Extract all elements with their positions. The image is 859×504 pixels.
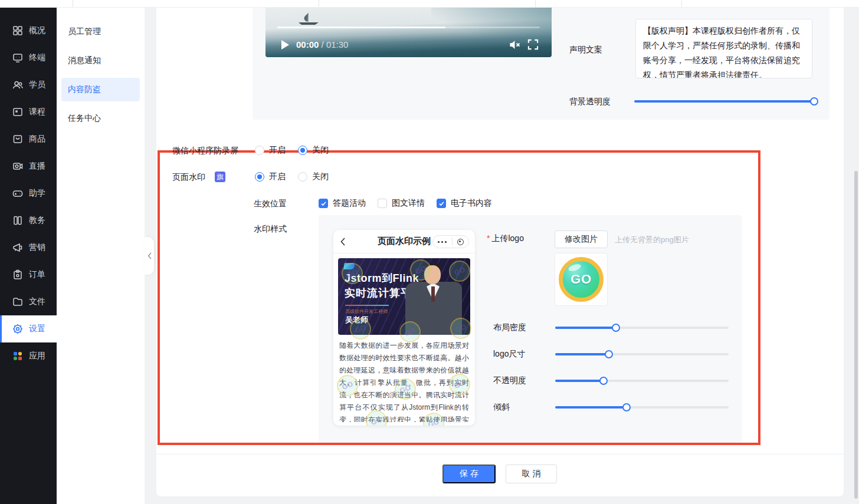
mute-icon[interactable] — [509, 39, 521, 50]
radio-option-label: 开启 — [269, 172, 286, 182]
teacher-photo-tie — [431, 286, 435, 302]
tilt-slider-knob[interactable] — [622, 403, 631, 411]
sidebar-item-label: 设置 — [29, 324, 45, 334]
checkbox-unchecked-icon[interactable] — [378, 199, 387, 208]
submenu-item-staff[interactable]: 员工管理 — [61, 20, 140, 44]
radio-unselected-icon[interactable] — [255, 146, 264, 155]
scope-option-article[interactable]: 图文详情 — [378, 198, 425, 209]
thumbnail-brand-icon — [343, 263, 355, 269]
submenu-item-notifications[interactable]: 消息通知 — [61, 49, 140, 73]
flagship-badge: 旗 — [215, 172, 225, 182]
radio-selected-icon[interactable] — [298, 146, 307, 155]
submenu-item-label: 任务中心 — [68, 113, 101, 124]
fullscreen-icon[interactable] — [527, 39, 539, 50]
thumbnail-title-line1: Jstorm到Flink — [345, 271, 419, 285]
sidebar-item-label: 直播 — [29, 161, 45, 172]
play-icon[interactable] — [281, 40, 289, 50]
sidebar-item-label: 营销 — [29, 242, 45, 253]
sidebar-item-marketing[interactable]: 营销 — [0, 234, 57, 261]
upload-hint: 上传无背景的png图片 — [615, 235, 689, 245]
sidebar-item-courses[interactable]: 课程 — [0, 98, 57, 126]
density-slider-label: 布局密度 — [493, 322, 526, 333]
uploaded-logo-box[interactable]: GO — [555, 253, 608, 306]
sidebar-item-live[interactable]: 直播 — [0, 153, 57, 180]
top-strip-divider — [73, 0, 73, 7]
bg-opacity-slider-knob[interactable] — [810, 97, 818, 106]
density-slider-knob[interactable] — [612, 324, 620, 332]
submenu-item-content-protection[interactable]: 内容防盗 — [61, 78, 140, 101]
cancel-button[interactable]: 取 消 — [506, 465, 557, 483]
more-icon[interactable] — [438, 241, 447, 243]
go-logo-image: GO — [559, 257, 604, 302]
page-scrollbar[interactable] — [854, 171, 858, 499]
course-video-thumbnail: Jstorm到Flink 实时流计算平台 高级软件开发工程师 吴老师 — [338, 258, 470, 335]
upload-logo-label: *上传logo — [487, 233, 524, 244]
save-button[interactable]: 保 存 — [442, 465, 496, 483]
radio-selected-icon[interactable] — [255, 172, 264, 182]
scope-option-ebook[interactable]: 电子书内容 — [437, 198, 492, 209]
watermark-style-panel: 页面水印示例 Jstorm到Flink 实时流计算平台 高级软件开发工程师 吴老… — [319, 215, 742, 443]
close-target-icon[interactable] — [457, 239, 464, 245]
density-slider[interactable] — [555, 327, 729, 329]
sidebar-item-students[interactable]: 学员 — [0, 71, 57, 98]
primary-sidebar: 概况 终端 学员 课程 商品 直播 助学 教务 营销 订单 文件 设置 — [0, 8, 57, 504]
sidebar-item-label: 教务 — [29, 215, 45, 226]
opacity-slider-knob[interactable] — [599, 377, 608, 385]
sidebar-item-study-aid[interactable]: 助学 — [0, 180, 57, 207]
scope-option-quiz[interactable]: 答题活动 — [319, 198, 366, 209]
video-current-time: 00:00 — [296, 39, 319, 50]
opacity-slider-label: 不透明度 — [493, 375, 526, 386]
sidebar-item-terminal[interactable]: 终端 — [0, 44, 57, 71]
sidebar-item-label: 助学 — [29, 188, 45, 199]
sidebar-item-settings[interactable]: 设置 — [0, 315, 57, 342]
checkbox-option-label: 电子书内容 — [451, 198, 492, 209]
page-watermark-label: 页面水印 — [172, 172, 205, 183]
declaration-textarea[interactable]: 【版权声明】本课程版权归创作者所有，仅限个人学习，严禁任何形式的录制、传播和账号… — [635, 19, 812, 78]
sidebar-item-academic[interactable]: 教务 — [0, 207, 57, 234]
sidebar-item-goods[interactable]: 商品 — [0, 126, 57, 153]
sidebar-collapse-handle[interactable] — [145, 237, 154, 275]
radio-option-label: 开启 — [269, 145, 286, 156]
back-chevron-icon[interactable] — [340, 238, 345, 246]
video-progress-bar[interactable] — [277, 27, 540, 28]
density-slider-fill — [555, 327, 616, 329]
checkbox-checked-icon[interactable] — [319, 199, 328, 208]
sidebar-item-label: 学员 — [29, 80, 45, 90]
gear-icon — [12, 323, 24, 335]
watermark-off-option[interactable]: 关闭 — [298, 172, 329, 182]
tilt-slider[interactable] — [555, 406, 729, 409]
modify-image-button[interactable]: 修改图片 — [555, 230, 608, 248]
thumbnail-subtitle: 高级软件开发工程师 — [345, 308, 388, 315]
preview-paragraph: 随着大数据的进一步发展，各应用场景对数据处理的时效性要求也不断提高。越小的处理延… — [339, 340, 469, 422]
submenu-item-task-center[interactable]: 任务中心 — [61, 107, 140, 130]
watermark-on-option[interactable]: 开启 — [255, 172, 286, 182]
sidebar-item-label: 文件 — [29, 297, 45, 307]
sidebar-item-orders[interactable]: 订单 — [0, 261, 57, 288]
checkbox-checked-icon[interactable] — [437, 199, 446, 208]
submenu-item-label: 内容防盗 — [68, 84, 101, 95]
watermark-style-label: 水印样式 — [254, 224, 287, 235]
radio-option-label: 关闭 — [312, 172, 329, 182]
sidebar-item-overview[interactable]: 概况 — [0, 17, 57, 44]
top-strip-divider — [681, 0, 682, 7]
screen-record-on-option[interactable]: 开启 — [255, 145, 286, 156]
sidebar-item-apps[interactable]: 应用 — [0, 342, 57, 370]
miniprogram-capsule — [432, 235, 469, 248]
checkbox-option-label: 图文详情 — [392, 198, 425, 209]
chevron-left-icon — [147, 252, 152, 259]
grid-icon — [12, 25, 24, 37]
bg-opacity-label: 背景透明度 — [569, 97, 611, 107]
logo-size-slider-knob[interactable] — [605, 350, 613, 358]
video-preview-player[interactable]: 00:00 / 01:30 — [265, 8, 552, 57]
radio-unselected-icon[interactable] — [298, 172, 307, 182]
opacity-slider[interactable] — [555, 380, 729, 382]
logo-size-slider-fill — [555, 353, 609, 355]
submenu-item-label: 员工管理 — [68, 27, 101, 37]
sidebar-item-label: 商品 — [29, 134, 45, 144]
logo-size-slider[interactable] — [555, 353, 729, 355]
bg-opacity-slider[interactable] — [634, 100, 814, 103]
teacher-photo-face — [424, 265, 441, 284]
screen-record-off-option[interactable]: 关闭 — [298, 145, 329, 156]
watermark-preview-card: 页面水印示例 Jstorm到Flink 实时流计算平台 高级软件开发工程师 吴老… — [333, 230, 475, 426]
sidebar-item-files[interactable]: 文件 — [0, 288, 57, 315]
